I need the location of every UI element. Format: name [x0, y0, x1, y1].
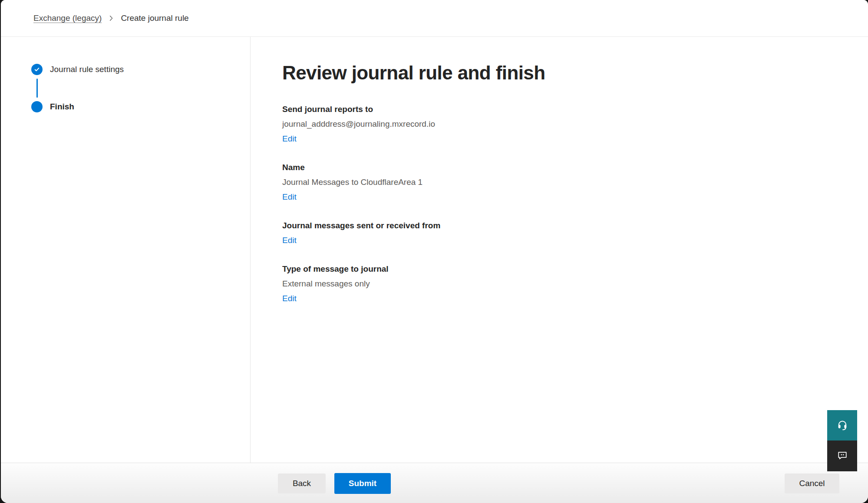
wizard-step-finish[interactable]: Finish: [31, 101, 250, 112]
review-section-name: Name Journal Messages to CloudflareArea …: [282, 162, 842, 203]
header: Exchange (legacy) Create journal rule: [1, 0, 868, 37]
wizard-step-label: Finish: [50, 102, 74, 112]
create-journal-rule-dialog: Exchange (legacy) Create journal rule Jo…: [1, 0, 868, 503]
section-label: Send journal reports to: [282, 104, 842, 115]
breadcrumb-exchange-legacy-link[interactable]: Exchange (legacy): [33, 13, 102, 23]
breadcrumb: Exchange (legacy) Create journal rule: [33, 13, 189, 23]
footer-action-bar: Back Submit Cancel: [1, 463, 868, 503]
section-value: journal_adddress@journaling.mxrecord.io: [282, 118, 842, 130]
wizard-step-connector: [36, 79, 38, 98]
headset-icon: [836, 419, 848, 432]
section-label: Name: [282, 162, 842, 173]
wizard-steps-panel: Journal rule settings Finish: [1, 37, 251, 463]
chevron-right-icon: [108, 15, 114, 21]
review-section-sent-received: Journal messages sent or received from E…: [282, 220, 842, 246]
page-title: Review journal rule and finish: [282, 61, 842, 85]
submit-button[interactable]: Submit: [334, 473, 391, 494]
feedback-button[interactable]: [827, 441, 857, 471]
chat-bubble-icon: [836, 449, 848, 463]
edit-message-type-link[interactable]: Edit: [282, 293, 297, 304]
wizard-step-label: Journal rule settings: [50, 65, 124, 74]
review-panel: Review journal rule and finish Send jour…: [251, 37, 868, 463]
cancel-button[interactable]: Cancel: [785, 473, 839, 493]
edit-send-reports-link[interactable]: Edit: [282, 133, 297, 145]
wizard-step-journal-rule-settings[interactable]: Journal rule settings: [31, 64, 250, 75]
section-value: External messages only: [282, 278, 842, 289]
edit-name-link[interactable]: Edit: [282, 191, 297, 203]
edit-sent-received-link[interactable]: Edit: [282, 235, 297, 246]
check-icon: [31, 64, 43, 75]
section-label: Journal messages sent or received from: [282, 220, 842, 231]
current-step-dot-icon: [31, 101, 43, 112]
back-button[interactable]: Back: [278, 473, 326, 493]
help-button[interactable]: [827, 410, 857, 441]
review-section-send-reports: Send journal reports to journal_adddress…: [282, 104, 842, 145]
breadcrumb-current-page: Create journal rule: [121, 13, 188, 23]
section-value: Journal Messages to CloudflareArea 1: [282, 177, 842, 188]
review-section-message-type: Type of message to journal External mess…: [282, 263, 842, 304]
section-label: Type of message to journal: [282, 263, 842, 275]
